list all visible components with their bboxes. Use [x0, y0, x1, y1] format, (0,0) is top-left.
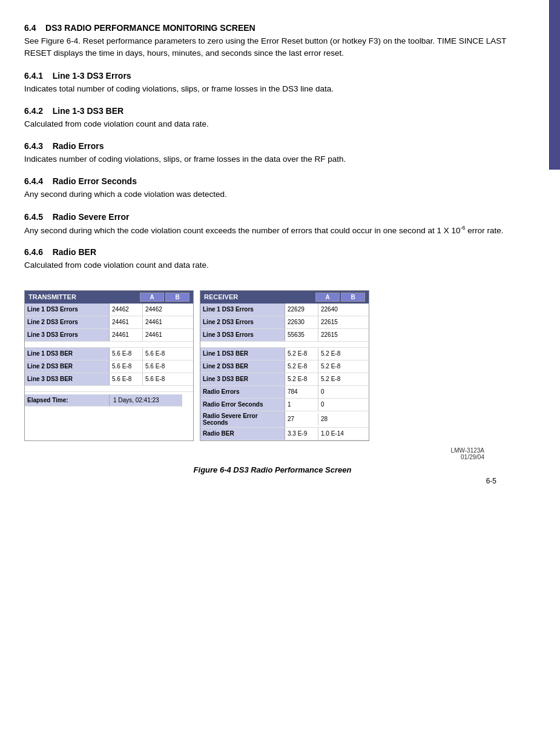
spacer — [200, 342, 369, 348]
elapsed-label: Elapsed Time: — [25, 394, 110, 407]
table-row: Radio Error Seconds 1 0 — [200, 399, 369, 411]
row-val-a: 5.6 E-8 — [110, 360, 143, 373]
row-val-a: 5.2 E-8 — [285, 373, 318, 385]
table-row: Line 1 DS3 BER 5.6 E-8 5.6 E-8 — [25, 348, 193, 360]
row-label: Line 3 DS3 BER — [25, 373, 110, 385]
row-label: Line 3 DS3 BER — [200, 373, 285, 385]
row-val-a: 5.2 E-8 — [285, 360, 318, 373]
table-row: Line 2 DS3 Errors 22630 22615 — [200, 316, 369, 329]
row-val-b: 22615 — [318, 329, 352, 341]
table-row: Radio Severe Error Seconds 27 28 — [200, 411, 369, 428]
row-label: Line 2 DS3 Errors — [25, 316, 110, 328]
transmitter-panel: TRANSMITTER A B Line 1 DS3 Errors 24462 … — [24, 290, 194, 441]
row-label: Line 2 DS3 Errors — [200, 316, 285, 328]
section-6-4-body: See Figure 6-4. Reset performance parame… — [24, 35, 521, 60]
row-label: Radio Errors — [200, 386, 285, 398]
row-val-b: 0 — [318, 399, 352, 411]
section-6-4-heading: 6.4 DS3 RADIO PERFORMANCE MONITORING SCR… — [24, 23, 521, 33]
row-label: Radio BER — [200, 428, 285, 440]
row-val-b: 24461 — [143, 316, 176, 328]
row-val-a: 5.2 E-8 — [285, 348, 318, 360]
row-label: Line 2 DS3 BER — [25, 360, 110, 373]
receiver-col-b: B — [341, 293, 365, 302]
section-6-4-4-heading: 6.4.4 Radio Error Seconds — [24, 176, 521, 186]
spacer — [25, 342, 193, 348]
row-val-b: 5.2 E-8 — [318, 348, 352, 360]
row-val-a: 1 — [285, 399, 318, 411]
table-row: Line 3 DS3 BER 5.6 E-8 5.6 E-8 — [25, 373, 193, 386]
row-label: Line 1 DS3 Errors — [200, 304, 285, 316]
row-val-a: 55635 — [285, 329, 318, 341]
receiver-header: RECEIVER A B — [200, 291, 369, 304]
table-row: Line 3 DS3 BER 5.2 E-8 5.2 E-8 — [200, 373, 369, 386]
row-val-b: 0 — [318, 386, 352, 398]
section-6-4-1-heading: 6.4.1 Line 1-3 DS3 Errors — [24, 71, 521, 81]
figure-caption: Figure 6-4 DS3 Radio Performance Screen — [24, 465, 521, 474]
row-label: Line 3 DS3 Errors — [25, 329, 110, 341]
page-number: 6-5 — [24, 477, 521, 485]
row-val-a: 5.6 E-8 — [110, 373, 143, 385]
right-tab — [549, 0, 560, 170]
row-val-b: 5.2 E-8 — [318, 360, 352, 373]
row-val-a: 5.6 E-8 — [110, 348, 143, 360]
section-6-4-5-heading: 6.4.5 Radio Severe Error — [24, 212, 521, 222]
row-label: Line 1 DS3 Errors — [25, 304, 110, 316]
section-6-4-2-body: Calculated from code violation count and… — [24, 118, 521, 130]
row-val-a: 22630 — [285, 316, 318, 328]
row-val-b: 5.2 E-8 — [318, 373, 352, 385]
row-label: Line 3 DS3 Errors — [200, 329, 285, 341]
row-val-b: 22640 — [318, 304, 352, 316]
section-6-4-3-body: Indicates number of coding violations, s… — [24, 153, 521, 165]
section-6-4-2-heading: 6.4.2 Line 1-3 DS3 BER — [24, 106, 521, 116]
row-val-a: 784 — [285, 386, 318, 398]
figure-reference: LMW-3123A 01/29/04 — [24, 447, 484, 460]
section-6-4-6-body: Calculated from code violation count and… — [24, 259, 521, 271]
elapsed-time-row: Elapsed Time: 1 Days, 02:41:23 — [25, 394, 193, 407]
table-row: Line 2 DS3 BER 5.6 E-8 5.6 E-8 — [25, 360, 193, 373]
row-val-b: 1.0 E-14 — [318, 428, 352, 440]
table-row: Radio Errors 784 0 — [200, 386, 369, 399]
row-val-b: 22615 — [318, 316, 352, 328]
section-6-4-3-heading: 6.4.3 Radio Errors — [24, 141, 521, 151]
row-val-a: 24461 — [110, 316, 143, 328]
section-6-4-4-body: Any second during which a code violation… — [24, 188, 521, 201]
transmitter-title: TRANSMITTER — [28, 293, 76, 300]
table-row: Line 3 DS3 Errors 24461 24461 — [25, 329, 193, 342]
row-val-b: 28 — [318, 413, 352, 425]
receiver-title: RECEIVER — [204, 293, 238, 300]
table-row: Line 1 DS3 BER 5.2 E-8 5.2 E-8 — [200, 348, 369, 360]
row-label: Line 1 DS3 BER — [200, 348, 285, 360]
receiver-col-a: A — [315, 293, 340, 302]
row-label: Radio Severe Error Seconds — [200, 411, 285, 427]
table-row: Line 2 DS3 Errors 24461 24461 — [25, 316, 193, 329]
row-val-b: 5.6 E-8 — [143, 348, 176, 360]
elapsed-value: 1 Days, 02:41:23 — [110, 394, 182, 407]
row-label: Line 1 DS3 BER — [25, 348, 110, 360]
table-row: Radio BER 3.3 E-9 1.0 E-14 — [200, 428, 369, 440]
row-val-a: 24462 — [110, 304, 143, 316]
row-label: Line 2 DS3 BER — [200, 360, 285, 373]
transmitter-col-b: B — [165, 293, 189, 302]
row-val-a: 24461 — [110, 329, 143, 341]
section-6-4-1-body: Indicates total number of coding violati… — [24, 83, 521, 95]
row-val-b: 5.6 E-8 — [143, 360, 176, 373]
section-6-4-6-heading: 6.4.6 Radio BER — [24, 247, 521, 257]
figure-area: TRANSMITTER A B Line 1 DS3 Errors 24462 … — [24, 290, 521, 441]
transmitter-header: TRANSMITTER A B — [25, 291, 193, 304]
transmitter-col-a: A — [140, 293, 164, 302]
table-row: Line 2 DS3 BER 5.2 E-8 5.2 E-8 — [200, 360, 369, 373]
spacer — [25, 386, 193, 392]
table-row: Line 1 DS3 Errors 24462 24462 — [25, 304, 193, 316]
section-6-4-5-body: Any second during which the code violati… — [24, 224, 521, 237]
row-val-b: 24461 — [143, 329, 176, 341]
row-val-a: 22629 — [285, 304, 318, 316]
receiver-panel: RECEIVER A B Line 1 DS3 Errors 22629 226… — [200, 290, 369, 441]
row-val-b: 5.6 E-8 — [143, 373, 176, 385]
row-val-b: 24462 — [143, 304, 176, 316]
table-row: Line 1 DS3 Errors 22629 22640 — [200, 304, 369, 316]
row-val-a: 27 — [285, 413, 318, 425]
table-row: Line 3 DS3 Errors 55635 22615 — [200, 329, 369, 342]
row-val-a: 3.3 E-9 — [285, 428, 318, 440]
row-label: Radio Error Seconds — [200, 399, 285, 411]
